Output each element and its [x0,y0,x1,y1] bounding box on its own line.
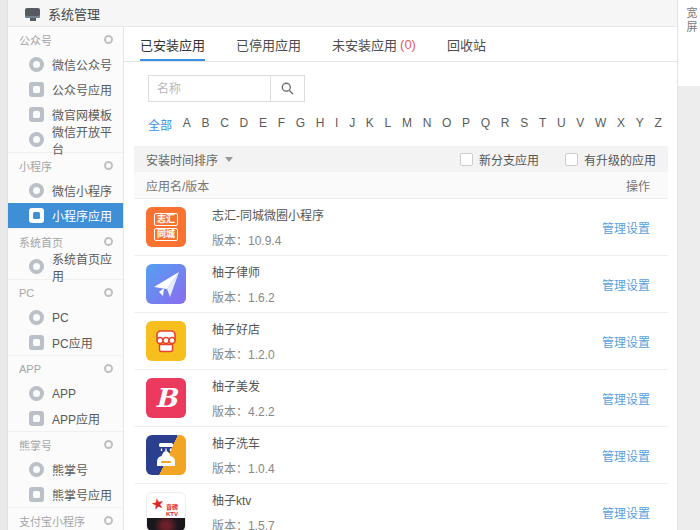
alphabet-letter[interactable]: O [442,116,451,133]
tab-installed[interactable]: 已安装应用 [140,27,205,61]
alphabet-letter[interactable]: F [278,116,285,133]
sidebar-section-header: 支付宝小程序 [8,508,123,530]
manage-settings-link[interactable]: 管理设置 [602,390,650,407]
filters: 新分支应用 有升级的应用 [460,151,656,168]
monitor-icon [25,8,40,18]
alphabet-letter[interactable]: M [402,116,412,133]
alphabet-letter[interactable]: B [201,116,209,133]
alphabet-filter: 全部ABCDEFGHIJKLMNOPQRSTUVWXYZ [148,116,662,133]
app-version: 版本：1.2.0 [212,345,602,362]
alphabet-letter[interactable]: Q [481,116,490,133]
gear-icon[interactable] [104,237,113,246]
sidebar-item-label: PC应用 [52,334,93,351]
alphabet-letter[interactable]: T [539,116,546,133]
alphabet-letter[interactable]: Z [655,116,662,133]
alphabet-letter[interactable]: R [501,116,510,133]
sidebar-item[interactable]: 公众号应用 [8,77,123,102]
alphabet-letter[interactable]: E [259,116,267,133]
wechat-open-platform-icon [29,132,44,147]
sidebar-item-label: 熊掌号 [52,461,88,478]
sort-label: 安装时间排序 [146,151,218,168]
sidebar-item[interactable]: 微信小程序 [8,178,123,203]
sidebar-item[interactable]: PC应用 [8,330,123,355]
sidebar-item[interactable]: APP [8,381,123,406]
action-column-header: 操作 [626,177,650,194]
manage-settings-link[interactable]: 管理设置 [602,504,650,521]
app-version: 版本：1.0.4 [212,459,602,476]
app-name: 柚子律师 [212,263,602,280]
app-meta: 柚子美发 版本：4.2.2 [212,377,602,419]
search-input[interactable] [149,76,270,101]
carwash-app-icon [146,435,186,475]
manage-settings-link[interactable]: 管理设置 [602,447,650,464]
checkbox[interactable] [565,153,578,166]
scrollbar-track[interactable] [678,86,700,530]
gear-icon[interactable] [104,516,113,525]
gear-icon[interactable] [104,288,113,297]
manage-settings-link[interactable]: 管理设置 [602,276,650,293]
alphabet-letter[interactable]: X [617,116,625,133]
sidebar-item[interactable]: 微信公众号 [8,52,123,77]
gear-icon[interactable] [104,161,113,170]
sidebar-item-label: 公众号应用 [52,81,112,98]
gear-icon[interactable] [104,440,113,449]
sidebar-item[interactable]: 熊掌号 [8,457,123,482]
alphabet-letter[interactable]: Y [636,116,644,133]
alphabet-letter[interactable]: S [520,116,528,133]
checkbox[interactable] [460,153,473,166]
app-name: 柚子好店 [212,320,602,337]
alphabet-letter[interactable]: P [462,116,470,133]
shop-app-icon [146,321,186,361]
sidebar-item-label: APP应用 [52,410,100,427]
sidebar-item-label: 微信开放平台 [52,123,123,157]
app-version: 版本：1.6.2 [212,288,602,305]
app-version: 版本：10.9.4 [212,231,602,248]
manage-settings-link[interactable]: 管理设置 [602,333,650,350]
sidebar-item[interactable]: APP应用 [8,406,123,431]
alphabet-letter[interactable]: H [316,116,325,133]
sidebar-item[interactable]: 小程序应用 [8,203,123,228]
alphabet-letter[interactable]: K [366,116,374,133]
gear-icon[interactable] [104,364,113,373]
tab-disabled[interactable]: 已停用应用 [236,27,301,61]
alphabet-all[interactable]: 全部 [148,116,172,133]
alphabet-letter[interactable]: C [220,116,229,133]
sort-dropdown[interactable]: 安装时间排序 [146,151,233,168]
manage-settings-link[interactable]: 管理设置 [602,219,650,236]
gear-icon[interactable] [104,35,113,44]
tab-recycle-bin[interactable]: 回收站 [447,27,486,61]
search-button[interactable] [270,76,304,101]
sidebar-item[interactable]: 系统首页应用 [8,254,123,279]
table-row: 志汇同城 志汇-同城微圈小程序 版本：10.9.4 管理设置 [134,199,668,256]
app-list-panel: 安装时间排序 新分支应用 有升级的应用 应用名/版本 操作 志汇同城 志汇-同城… [134,146,668,530]
alphabet-letter[interactable]: W [595,116,606,133]
right-rail: 宽屏 [677,0,700,530]
widescreen-toggle[interactable]: 宽屏 [683,0,699,35]
alphabet-letter[interactable]: A [183,116,191,133]
zhihui-app-icon: 志汇同城 [146,207,186,247]
sidebar-section-label: 公众号 [19,32,52,48]
sidebar-item[interactable]: 熊掌号应用 [8,482,123,507]
alphabet-letter[interactable]: U [557,116,566,133]
alphabet-letter[interactable]: L [385,116,392,133]
alphabet-letter[interactable]: J [349,116,355,133]
sidebar-section-label: 支付宝小程序 [19,513,85,529]
tab-not-installed[interactable]: 未安装应用 (0) [332,27,416,61]
top-header: 系统管理 [8,0,677,27]
alphabet-letter[interactable]: N [423,116,432,133]
filter-option[interactable]: 新分支应用 [460,151,539,168]
alphabet-letter[interactable]: V [576,116,584,133]
filter-option[interactable]: 有升级的应用 [565,151,656,168]
alphabet-letter[interactable]: G [296,116,305,133]
sidebar-item[interactable]: PC [8,305,123,330]
main-content: 已安装应用 已停用应用 未安装应用 (0) 回收站 全部ABCDEFGHIJKL… [124,27,677,530]
app-meta: 柚子好店 版本：1.2.0 [212,320,602,362]
sidebar-section-label: 系统首页 [19,234,63,250]
alphabet-letter[interactable]: I [335,116,338,133]
sidebar-section: 小程序 微信小程序 小程序应用 [8,152,123,228]
alphabet-letter[interactable]: D [240,116,249,133]
sidebar-section: PC PC PC应用 [8,279,123,355]
app-name: 柚子美发 [212,377,602,394]
sidebar-item[interactable]: 微信开放平台 [8,127,123,152]
table-row: B 柚子美发 版本：4.2.2 管理设置 [134,370,668,427]
